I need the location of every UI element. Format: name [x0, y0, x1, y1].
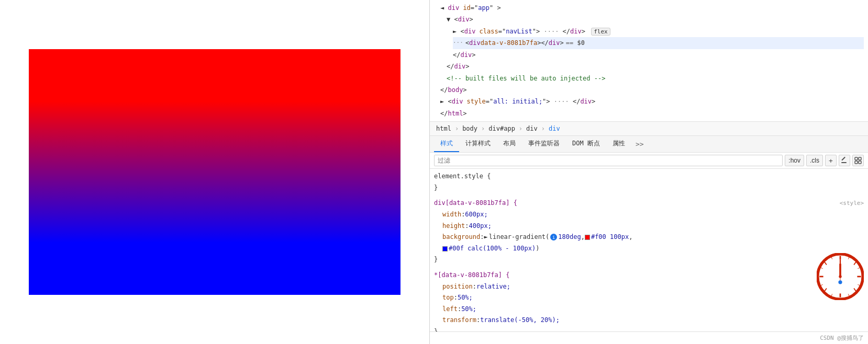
dom-line: </body> — [440, 84, 864, 96]
svg-point-27 — [838, 280, 842, 284]
tab-dom-breakpoints[interactable]: DOM 断点 — [566, 136, 606, 152]
tabs-more-button[interactable]: >> — [633, 138, 646, 150]
blue-swatch[interactable] — [442, 246, 448, 251]
watermark: CSDN @搜捕鸟了 — [430, 331, 868, 344]
tab-event-listeners[interactable]: 事件监听器 — [522, 136, 566, 152]
tab-layout[interactable]: 布局 — [497, 136, 522, 152]
dom-line[interactable]: ◄ div id="app" > — [440, 2, 864, 14]
style-rule-div-datav: div[data-v-8081b7fa] { <style> width : 6… — [434, 198, 864, 266]
breadcrumb-div1[interactable]: div — [524, 124, 540, 133]
svg-point-28 — [839, 275, 841, 278]
gradient-preview-box — [29, 49, 400, 295]
dom-line[interactable]: ► <div class="navList"> ···· </div> flex — [453, 26, 864, 38]
clock-widget — [817, 253, 864, 300]
svg-rect-3 — [859, 157, 861, 160]
clock-svg — [817, 253, 864, 300]
breadcrumb-divapp[interactable]: div#app — [486, 124, 517, 133]
breadcrumb-body[interactable]: body — [460, 124, 480, 133]
svg-rect-1 — [841, 157, 845, 160]
tab-computed[interactable]: 计算样式 — [459, 136, 497, 152]
inspect-button[interactable] — [852, 155, 864, 166]
dom-tree: ◄ div id="app" > ▼ <div> ► <div class="n… — [430, 0, 868, 122]
dom-line[interactable]: ► <div style="all: initial;"> ···· </div… — [440, 96, 864, 107]
dom-comment: <!-- built files will be auto injected -… — [447, 73, 864, 84]
red-swatch[interactable] — [585, 235, 590, 240]
filter-input[interactable] — [434, 155, 783, 166]
tabs-row: 样式 计算样式 布局 事件监听器 DOM 断点 属性 >> — [430, 136, 868, 153]
tab-styles[interactable]: 样式 — [434, 136, 459, 152]
devtools-panel: ◄ div id="app" > ▼ <div> ► <div class="n… — [429, 0, 868, 344]
dom-line-selected[interactable]: ··· <div data-v-8081b7fa></div> == $0 — [453, 37, 864, 49]
svg-rect-2 — [855, 157, 858, 160]
hov-button[interactable]: :hov — [785, 155, 804, 166]
styles-content: element.style { } div[data-v-8081b7fa] {… — [430, 169, 868, 331]
dom-line[interactable]: ▼ <div> — [447, 14, 864, 25]
style-source-1: <style> — [840, 198, 864, 209]
background-property: background — [434, 232, 480, 243]
tab-properties[interactable]: 属性 — [606, 136, 631, 152]
filter-row: :hov .cls + — [430, 153, 868, 169]
new-style-rule-button[interactable] — [839, 155, 850, 166]
style-rule-element: element.style { } — [434, 171, 864, 193]
svg-rect-5 — [859, 161, 861, 164]
edit-icon — [841, 157, 848, 164]
breadcrumb: html › body › div#app › div › div — [430, 122, 868, 136]
svg-rect-4 — [855, 161, 858, 164]
dom-line: </div> — [453, 49, 864, 61]
breadcrumb-div2[interactable]: div — [547, 124, 562, 133]
preview-panel — [0, 0, 429, 344]
cls-button[interactable]: .cls — [806, 155, 823, 166]
breadcrumb-html[interactable]: html — [434, 124, 453, 133]
info-icon[interactable]: i — [550, 234, 557, 240]
add-style-button[interactable]: + — [825, 155, 837, 166]
style-rule-star-datav: *[data-v-8081b7fa] { <style> position : … — [434, 270, 864, 331]
dom-line: </div> — [447, 61, 864, 72]
inspect-icon — [854, 157, 862, 164]
dom-line: </html> — [440, 108, 864, 119]
flex-badge: flex — [591, 28, 610, 36]
